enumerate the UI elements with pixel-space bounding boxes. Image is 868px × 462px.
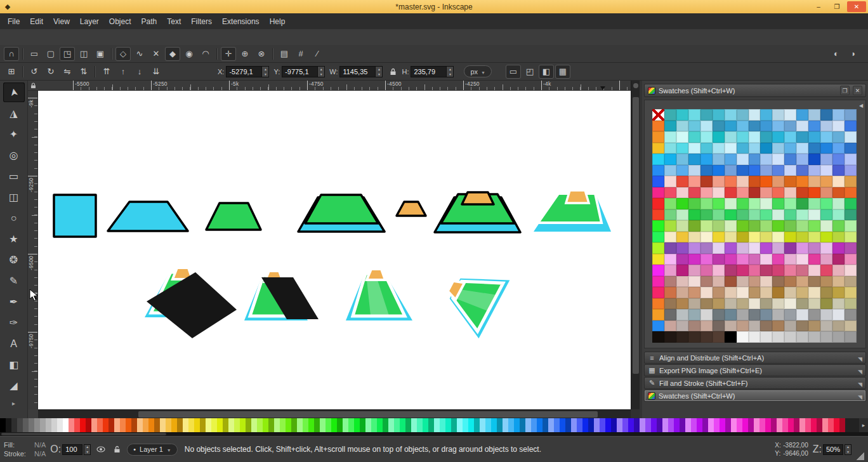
selector-tool[interactable]: ➤ <box>3 82 25 102</box>
palette-color[interactable] <box>594 418 600 432</box>
palette-color[interactable] <box>765 418 771 432</box>
swatch-cell[interactable] <box>845 232 857 243</box>
swatch-cell[interactable] <box>737 187 749 199</box>
swatch-cell[interactable] <box>820 165 832 176</box>
swatch-cell[interactable] <box>688 232 700 243</box>
swatch-cell[interactable] <box>760 154 772 165</box>
swatch-cell[interactable] <box>845 154 857 165</box>
swatch-cell[interactable] <box>725 309 737 320</box>
palette-color[interactable] <box>17 418 23 432</box>
swatch-cell[interactable] <box>820 187 832 199</box>
transform-stroke-toggle[interactable]: ▭ <box>506 65 521 79</box>
palette-color[interactable] <box>69 418 74 432</box>
swatch-cell[interactable] <box>796 265 808 276</box>
swatch-cell[interactable] <box>760 331 772 343</box>
swatch-cell[interactable] <box>749 309 761 320</box>
palette-color[interactable] <box>445 418 451 432</box>
snap-bbox-button[interactable]: ▭ <box>27 47 42 61</box>
swatch-cell[interactable] <box>664 176 676 187</box>
swatch-cell[interactable] <box>700 209 713 221</box>
swatch-cell[interactable] <box>737 198 749 209</box>
swatch-cell[interactable] <box>760 232 772 243</box>
menu-filters[interactable]: Filters <box>186 15 217 29</box>
swatch-cell[interactable] <box>832 309 845 320</box>
palette-color[interactable] <box>34 418 40 432</box>
canvas-shape-three-layer[interactable] <box>435 192 520 232</box>
swatch-cell[interactable] <box>760 320 772 332</box>
swatch-cell[interactable] <box>652 131 664 143</box>
palette-color[interactable] <box>491 418 497 432</box>
swatch-cell[interactable] <box>688 187 700 199</box>
swatch-cell[interactable] <box>796 232 808 243</box>
swatch-cell[interactable] <box>808 254 820 265</box>
snap-delay-button[interactable]: ◐ <box>829 47 844 61</box>
toolbox-overflow-button[interactable]: ▸ <box>3 398 25 408</box>
swatch-cell[interactable] <box>832 176 845 187</box>
palette-color[interactable] <box>451 418 457 432</box>
palette-color[interactable] <box>588 418 594 432</box>
palette-color[interactable] <box>611 418 617 432</box>
palette-color[interactable] <box>11 418 17 432</box>
swatch-cell[interactable] <box>676 143 688 154</box>
swatch-cell[interactable] <box>760 131 772 143</box>
swatch-cell[interactable] <box>737 131 749 143</box>
palette-scroll-right-button[interactable]: ▸ <box>859 418 868 432</box>
swatch-cell[interactable] <box>688 209 700 221</box>
swatch-cell[interactable] <box>760 242 772 254</box>
palette-color[interactable] <box>542 418 548 432</box>
menu-help[interactable]: Help <box>265 15 291 29</box>
restore-button[interactable]: ❐ <box>829 1 845 12</box>
swatches-panel-header[interactable]: Swatches (Shift+Ctrl+W) ❐ ✕ <box>644 84 866 97</box>
swatch-cell[interactable] <box>652 242 664 254</box>
palette-color[interactable] <box>297 418 303 432</box>
palette-color[interactable] <box>577 418 582 432</box>
swatch-none[interactable] <box>652 109 664 121</box>
palette-color[interactable] <box>674 418 680 432</box>
swatch-cell[interactable] <box>664 309 676 320</box>
palette-color[interactable] <box>440 418 445 432</box>
palette-color[interactable] <box>217 418 223 432</box>
snap-enable-button[interactable]: ∩ <box>4 47 19 61</box>
swatch-cell[interactable] <box>700 131 713 143</box>
swatch-cell[interactable] <box>820 331 832 343</box>
swatch-cell[interactable] <box>700 165 713 176</box>
palette-color[interactable] <box>23 418 29 432</box>
swatch-cell[interactable] <box>737 209 749 221</box>
swatch-cell[interactable] <box>796 209 808 221</box>
stroke-value[interactable]: N/A <box>34 450 46 458</box>
swatch-cell[interactable] <box>664 242 676 254</box>
swatch-cell[interactable] <box>652 320 664 332</box>
swatch-cell[interactable] <box>784 109 796 121</box>
swatch-cell[interactable] <box>808 109 820 121</box>
swatch-cell[interactable] <box>749 254 761 265</box>
swatch-cell[interactable] <box>772 265 784 276</box>
select-all-button[interactable]: ⊞ <box>4 65 19 79</box>
palette-color[interactable] <box>742 418 748 432</box>
palette-color[interactable] <box>788 418 794 432</box>
palette-color[interactable] <box>657 418 662 432</box>
swatch-cell[interactable] <box>749 209 761 221</box>
swatch-cell[interactable] <box>784 220 796 232</box>
opacity-input[interactable]: 100 <box>62 444 82 455</box>
palette-color[interactable] <box>725 418 731 432</box>
palette-color[interactable] <box>86 418 91 432</box>
swatch-cell[interactable] <box>784 276 796 287</box>
swatch-cell[interactable] <box>760 276 772 287</box>
swatch-cell[interactable] <box>737 265 749 276</box>
horizontal-scrollbar-thumb[interactable] <box>138 411 598 418</box>
palette-color[interactable] <box>503 418 508 432</box>
palette-color[interactable] <box>434 418 440 432</box>
palette-color[interactable] <box>423 418 428 432</box>
palette-color[interactable] <box>57 418 63 432</box>
menu-path[interactable]: Path <box>136 15 162 29</box>
w-input[interactable]: 1145,35 <box>339 66 375 77</box>
resize-grip[interactable] <box>856 452 864 460</box>
swatch-cell[interactable] <box>713 187 725 199</box>
swatch-cell[interactable] <box>772 176 784 187</box>
swatch-cell[interactable] <box>845 220 857 232</box>
swatch-cell[interactable] <box>700 287 713 298</box>
swatch-cell[interactable] <box>676 232 688 243</box>
swatch-cell[interactable] <box>749 131 761 143</box>
swatch-cell[interactable] <box>700 187 713 199</box>
swatch-cell[interactable] <box>808 165 820 176</box>
